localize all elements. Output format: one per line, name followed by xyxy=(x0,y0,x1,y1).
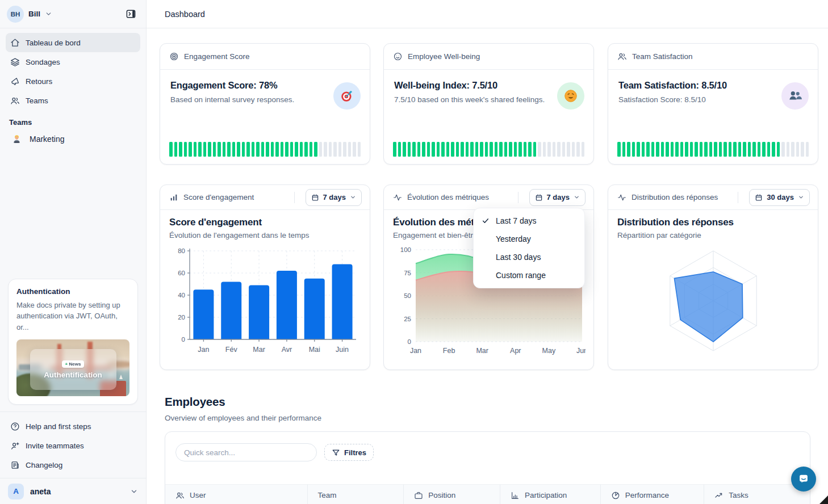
progress-segment xyxy=(485,142,488,157)
progress-segment xyxy=(547,142,551,157)
engagement-score-card: Engagement Score Engagement Score: 78% B… xyxy=(160,43,370,165)
sidebar-item-label: Tableau de bord xyxy=(26,39,81,47)
busts-emoji xyxy=(781,82,809,110)
promo-title: Authentication xyxy=(16,287,129,296)
activity-icon xyxy=(393,193,402,202)
svg-text:0: 0 xyxy=(408,338,411,345)
progress-segment xyxy=(646,142,650,157)
promo-overlay-title: Authentification xyxy=(44,371,102,379)
progress-segment xyxy=(700,142,703,157)
progress-segment xyxy=(752,142,756,157)
promo-image[interactable]: + News Authentification xyxy=(16,339,129,396)
sidebar-item-sondages[interactable]: Sondages xyxy=(6,52,140,72)
progress-segment xyxy=(338,142,342,157)
progress-segment xyxy=(324,142,327,157)
chevron-down-icon[interactable] xyxy=(45,10,52,18)
range-select-button[interactable]: 7 days xyxy=(529,189,586,206)
progress-segment xyxy=(656,142,659,157)
range-select-button[interactable]: 30 days xyxy=(749,189,810,206)
progress-segment xyxy=(690,142,693,157)
progress-segment xyxy=(194,142,197,157)
smile-icon xyxy=(393,52,403,61)
user-name[interactable]: Bill xyxy=(28,10,40,18)
panel-collapse-icon[interactable] xyxy=(122,6,139,23)
progress-segment xyxy=(223,142,226,157)
progress-segment xyxy=(343,142,346,157)
progress-segment xyxy=(300,142,303,157)
changelog-icon xyxy=(10,460,20,470)
column-label: Tasks xyxy=(729,491,748,499)
menu-item-last-7-days[interactable]: Last 7 days xyxy=(474,212,584,230)
progress-segment xyxy=(169,142,173,157)
authentication-promo-card[interactable]: Authentication Make docs private by sett… xyxy=(8,279,138,405)
card-body: Engagement Score: 78% Based on internal … xyxy=(160,70,370,165)
progress-segment xyxy=(801,142,804,157)
engagement-bar-chart: 020406080JanFévMarAvrMaiJuin xyxy=(169,242,362,358)
menu-item-yesterday[interactable]: Yesterday xyxy=(474,230,584,248)
progress-segment xyxy=(446,142,450,157)
svg-text:100: 100 xyxy=(400,246,411,253)
progress-segment xyxy=(738,142,742,157)
filters-button[interactable]: Filtres xyxy=(324,444,374,461)
target-icon xyxy=(169,52,179,61)
user-avatar[interactable]: BH xyxy=(7,6,24,23)
sidebar-item-help[interactable]: Help and first steps xyxy=(6,417,140,436)
menu-item-custom-range[interactable]: Custom range xyxy=(474,266,584,284)
smiling-face-emoji xyxy=(557,82,584,110)
progress-segment xyxy=(576,142,580,157)
progress-segment xyxy=(748,142,751,157)
progress-segment xyxy=(310,142,313,157)
progress-segment xyxy=(685,142,688,157)
sidebar-item-invite[interactable]: Invite teammates xyxy=(6,436,140,455)
progress-segment xyxy=(528,142,532,157)
card-header: Score d'engagement 7 days xyxy=(160,185,370,210)
progress-segment xyxy=(796,142,800,157)
column-header-performance[interactable]: Performance xyxy=(600,485,704,504)
menu-item-last-30-days[interactable]: Last 30 days xyxy=(474,248,584,266)
svg-text:Mar: Mar xyxy=(476,347,488,355)
column-header-team[interactable]: Team xyxy=(307,485,404,504)
chevron-down-icon xyxy=(574,194,580,200)
table-toolbar: Filtres xyxy=(165,432,810,461)
sidebar-item-tableau-de-bord[interactable]: Tableau de bord xyxy=(6,33,140,52)
range-label: 7 days xyxy=(547,193,570,201)
svg-text:Mai: Mai xyxy=(309,346,320,354)
sidebar-team-marketing[interactable]: Marketing xyxy=(6,129,140,149)
progress-segment xyxy=(480,142,483,157)
sidebar-item-changelog[interactable]: Changelog xyxy=(6,455,140,474)
progress-segment xyxy=(456,142,459,157)
column-label: User xyxy=(190,491,206,499)
workspace-name: aneta xyxy=(30,487,51,496)
progress-segment xyxy=(622,142,626,157)
progress-segment xyxy=(417,142,421,157)
page-title: Dashboard xyxy=(165,10,205,19)
progress-segment xyxy=(617,142,621,157)
team-satisfaction-card: Team Satisfaction Team Satisfaction: 8.5… xyxy=(608,43,818,165)
sidebar-item-retours[interactable]: Retours xyxy=(6,72,140,91)
calendar-icon xyxy=(755,194,763,201)
app-root: BH Bill Tableau de bord xyxy=(0,0,828,504)
sidebar-item-teams[interactable]: Teams xyxy=(6,91,140,110)
menu-item-label: Custom range xyxy=(496,271,546,280)
column-header-participation[interactable]: Participation xyxy=(500,485,600,504)
intercom-chat-icon[interactable] xyxy=(791,467,816,492)
progress-segment xyxy=(412,142,416,157)
workspace-switcher[interactable]: A aneta xyxy=(0,478,146,504)
trending-up-icon xyxy=(714,491,724,500)
users-icon xyxy=(175,491,185,500)
column-header-tasks[interactable]: Tasks xyxy=(704,485,810,504)
menu-item-label: Last 30 days xyxy=(496,253,541,262)
progress-segment xyxy=(437,142,440,157)
well-being-card: Employee Well-being Well-being Index: 7.… xyxy=(383,43,594,165)
range-select-button[interactable]: 7 days xyxy=(306,189,362,206)
svg-text:Juin: Juin xyxy=(336,346,349,354)
progress-segment xyxy=(333,142,337,157)
progress-segment xyxy=(729,142,732,157)
progress-segment xyxy=(562,142,566,157)
svg-text:20: 20 xyxy=(178,314,185,321)
progress-segment xyxy=(504,142,508,157)
column-header-user[interactable]: User xyxy=(165,485,307,504)
search-input[interactable] xyxy=(175,443,317,461)
progress-segment xyxy=(252,142,255,157)
column-header-position[interactable]: Position xyxy=(403,485,500,504)
